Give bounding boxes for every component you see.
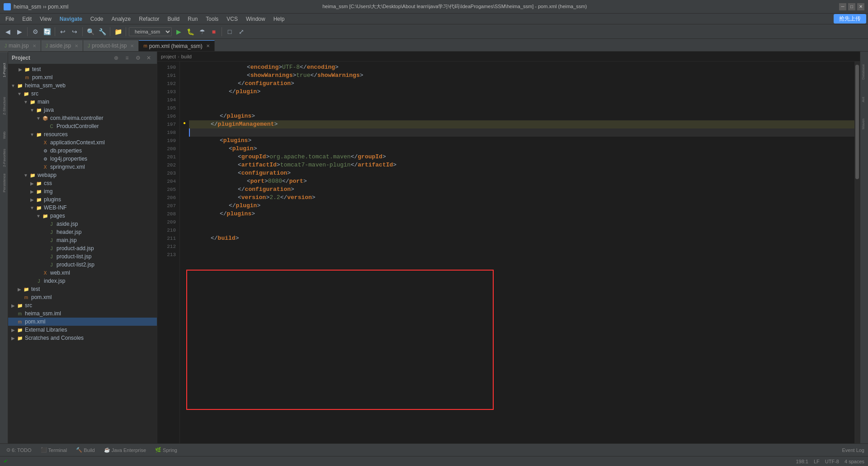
spring-tab[interactable]: 🌿 Spring (152, 446, 180, 454)
tab-product-list-jsp[interactable]: J product-list.jsp ✕ (83, 40, 139, 51)
tree-item-log4j[interactable]: ⚙ log4j.properties (8, 155, 157, 163)
tree-item-iml[interactable]: m heima_ssm.iml (8, 309, 157, 318)
menu-code[interactable]: Code (87, 15, 107, 23)
find-button[interactable]: 🔍 (85, 27, 95, 37)
run-configuration-selector[interactable]: heima_ssm (129, 27, 172, 36)
tree-item-src[interactable]: ▼ 📁 src (8, 90, 157, 98)
tree-item-external-libs[interactable]: ▶ 📁 External Libraries (8, 326, 157, 334)
tree-item-java[interactable]: ▼ 📁 java (8, 106, 157, 114)
back-button[interactable]: ◀ (3, 27, 13, 37)
project-panel-close-button[interactable]: ✕ (144, 53, 153, 62)
tree-item-pages[interactable]: ▼ 📁 pages (8, 212, 157, 220)
menu-analyze[interactable]: Analyze (108, 15, 135, 23)
debug-button[interactable]: 🐛 (185, 27, 195, 37)
tree-item-webinf[interactable]: ▼ 📁 WEB-INF (8, 204, 157, 212)
tree-item-applicationcontext[interactable]: X applicationContext.xml (8, 138, 157, 147)
menu-file[interactable]: File (2, 15, 18, 23)
undo-button[interactable]: ↩ (58, 27, 68, 37)
item-name: java (44, 107, 54, 113)
stop-button[interactable]: ■ (209, 27, 219, 37)
tree-item-test[interactable]: ▶ 📁 test (8, 65, 157, 73)
upload-button[interactable]: 抢先上传 (834, 14, 866, 24)
project-panel-icon[interactable]: 1-Project (0, 52, 8, 88)
minimize-button[interactable]: ─ (839, 3, 846, 10)
ant-panel-icon[interactable]: Ant (860, 83, 868, 106)
menu-window[interactable]: Window (242, 15, 269, 23)
coverage-button[interactable]: ☂ (197, 27, 207, 37)
persistence-panel-icon[interactable]: Persistence (0, 169, 8, 196)
tree-item-header-jsp[interactable]: J header.jsp (8, 228, 157, 236)
tree-item-src2[interactable]: ▶ 📁 src (8, 301, 157, 309)
tree-item-web-xml[interactable]: X web.xml (8, 269, 157, 277)
tree-item-test2[interactable]: ▶ 📁 test (8, 285, 157, 293)
status-ok-icon: ✔ (4, 458, 8, 464)
tab-close-icon-3[interactable]: ✕ (130, 43, 134, 48)
menu-refactor[interactable]: Refactor (135, 15, 163, 23)
tab-close-icon-4[interactable]: ✕ (206, 43, 210, 48)
tree-item-productcontroller[interactable]: C ProductController (8, 122, 157, 130)
favorites-panel-icon[interactable]: 2-Favorites (0, 147, 8, 169)
tree-item-webapp[interactable]: ▼ 📁 webapp (8, 171, 157, 179)
tab-close-icon-2[interactable]: ✕ (75, 43, 78, 48)
tree-item-aside-jsp[interactable]: J aside.jsp (8, 220, 157, 228)
menu-tools[interactable]: Tools (202, 15, 222, 23)
project-panel-add-button[interactable]: ⊕ (112, 53, 121, 62)
scrollbar-thumb[interactable] (855, 65, 859, 179)
database-panel-icon[interactable]: Database (860, 52, 868, 83)
file-browser-button[interactable]: 📁 (113, 27, 123, 37)
terminal-tab[interactable]: ⬛ Terminal (38, 446, 70, 454)
tree-item-css[interactable]: ▶ 📁 css (8, 179, 157, 187)
menu-navigate[interactable]: Navigate (56, 15, 86, 23)
tree-item-plugins-folder[interactable]: ▶ 📁 plugins (8, 195, 157, 204)
tree-item-product-list-jsp[interactable]: J product-list.jsp (8, 252, 157, 261)
tree-item-img[interactable]: ▶ 📁 img (8, 187, 157, 195)
tree-item-controller-pkg[interactable]: ▼ 📦 com.itheima.controller (8, 114, 157, 122)
tab-pom-xml[interactable]: m pom.xml (heima_ssm) ✕ (139, 40, 214, 51)
tree-item-dbproperties[interactable]: ⚙ db.properties (8, 147, 157, 155)
tree-item-heima-ssm-web[interactable]: ▼ 📁 heima_ssm_web (8, 81, 157, 90)
close-button[interactable]: ✕ (857, 3, 864, 10)
tree-item-product-add-jsp[interactable]: J product-add.jsp (8, 244, 157, 252)
redo-button[interactable]: ↪ (70, 27, 80, 37)
tree-item-index-jsp[interactable]: J index.jsp (8, 277, 157, 285)
forward-button[interactable]: ▶ (14, 27, 24, 37)
tab-aside-jsp[interactable]: J aside.jsp ✕ (41, 40, 83, 51)
project-panel-settings-button[interactable]: ⚙ (133, 53, 142, 62)
menu-build[interactable]: Build (164, 15, 184, 23)
tree-item-resources[interactable]: ▼ 📁 resources (8, 130, 157, 138)
project-settings-button[interactable]: ⚙ (30, 27, 40, 37)
structure-panel-icon[interactable]: Z-Structure (0, 88, 8, 124)
sync-button[interactable]: 🔄 (42, 27, 52, 37)
todo-tab[interactable]: ⊙ 6: TODO (4, 446, 34, 454)
maven-panel-icon[interactable]: Maven (860, 106, 868, 133)
tree-item-pom-selected[interactable]: m pom.xml (8, 318, 157, 326)
menu-run[interactable]: Run (184, 15, 201, 23)
tree-item-main-jsp[interactable]: J main.jsp (8, 236, 157, 244)
tree-item-product-list2-jsp[interactable]: J product-list2.jsp (8, 261, 157, 269)
menu-vcs[interactable]: VCS (223, 15, 241, 23)
run-button[interactable]: ▶ (174, 27, 184, 37)
breadcrumb-sep: › (178, 54, 179, 59)
inspect-button[interactable]: 🔧 (97, 27, 107, 37)
tree-item-main[interactable]: ▼ 📁 main (8, 98, 157, 106)
tab-close-icon[interactable]: ✕ (33, 43, 36, 48)
tab-label-4: pom.xml (heima_ssm) (149, 43, 203, 49)
maximize-button[interactable]: □ (848, 3, 855, 10)
tree-item-springmvc[interactable]: X springmvc.xml (8, 163, 157, 171)
tree-item-pom1[interactable]: m pom.xml (8, 73, 157, 81)
frame-deactivate-button[interactable]: □ (225, 27, 235, 37)
tree-item-scratches[interactable]: ▶ 📁 Scratches and Consoles (8, 334, 157, 342)
event-log-link[interactable]: Event Log (842, 447, 864, 453)
menu-view[interactable]: View (36, 15, 55, 23)
menu-help[interactable]: Help (270, 15, 288, 23)
right-scrollbar[interactable] (854, 62, 860, 443)
code-editor[interactable]: <encoding>UTF-8</encoding> <showWarnings… (189, 62, 854, 443)
menu-edit[interactable]: Edit (19, 15, 35, 23)
java-enterprise-tab[interactable]: ☕ Java Enterprise (101, 446, 149, 454)
project-panel-filter-button[interactable]: ≡ (123, 53, 132, 62)
tree-item-pom2[interactable]: m pom.xml (8, 293, 157, 301)
web-panel-icon[interactable]: Web (0, 124, 8, 147)
expand-button[interactable]: ⤢ (236, 27, 246, 37)
tab-main-jsp[interactable]: J main.jsp ✕ (0, 40, 41, 51)
build-tab[interactable]: 🔨 Build (73, 446, 97, 454)
